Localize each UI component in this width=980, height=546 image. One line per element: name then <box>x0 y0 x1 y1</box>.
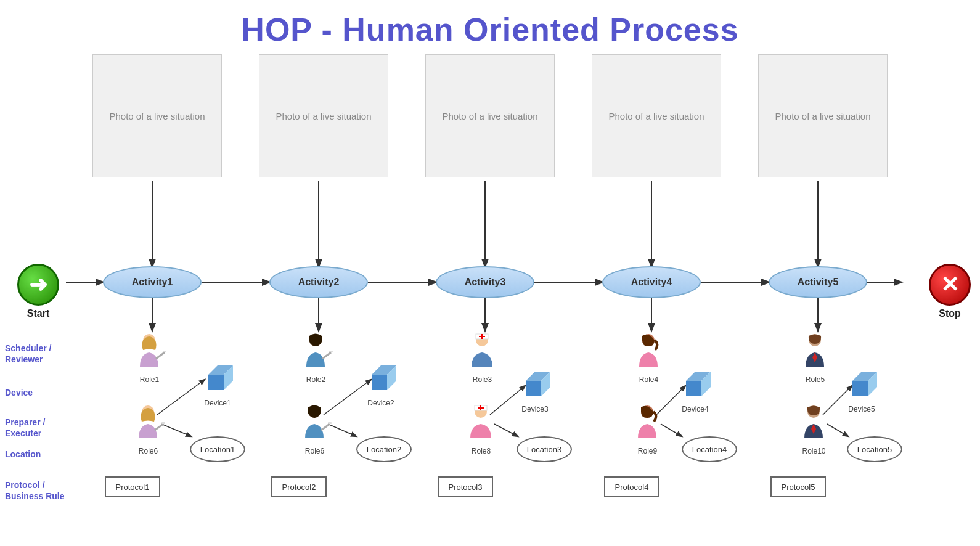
activity-ellipse-1[interactable]: Activity1 <box>103 266 202 298</box>
device2-label: Device2 <box>365 399 396 407</box>
device-label: Device <box>5 387 33 398</box>
role8-person: Role8 <box>464 404 498 455</box>
role3-person: Role3 <box>465 333 499 384</box>
svg-marker-49 <box>686 381 701 396</box>
start-label: Start <box>27 308 49 319</box>
role6-label-1: Role6 <box>131 447 165 455</box>
protocol5-box: Protocol5 <box>770 476 826 497</box>
protocol-label: Protocol /Business Rule <box>5 479 67 502</box>
stop-label: Stop <box>939 308 961 319</box>
role4-person: Role4 <box>632 333 666 384</box>
start-circle: ➜ <box>17 264 59 306</box>
role6-person-2: Role6 <box>298 404 332 455</box>
svg-rect-56 <box>161 422 165 424</box>
svg-line-27 <box>156 352 165 359</box>
device4-cube: Device4 <box>680 372 711 414</box>
svg-rect-31 <box>329 351 333 352</box>
flow-area: ➜ Start ✕ Stop Activity1 Activity2 Activ… <box>0 177 980 516</box>
svg-marker-46 <box>526 381 541 396</box>
role5-person: Role5 <box>798 333 832 384</box>
role2-person: Role2 <box>299 333 333 384</box>
svg-line-58 <box>321 424 330 430</box>
role5-label: Role5 <box>798 375 832 384</box>
svg-line-21 <box>161 424 191 436</box>
device4-label: Device4 <box>680 405 711 414</box>
svg-line-22 <box>328 424 356 436</box>
role3-label: Role3 <box>465 375 499 384</box>
role10-label: Role10 <box>797 447 831 455</box>
scheduler-label: Scheduler /Reviewer <box>5 343 60 365</box>
svg-marker-52 <box>852 381 868 396</box>
device3-label: Device3 <box>520 405 550 414</box>
photos-row: Photo of a live situation Photo of a liv… <box>0 54 980 177</box>
photo-2: Photo of a live situation <box>259 54 388 177</box>
preparer-label: Preparer /Executer <box>5 417 60 439</box>
page-title: HOP - Human Oriented Process <box>0 0 980 48</box>
location4-oval: Location4 <box>682 436 737 462</box>
device2-cube: Device2 <box>365 365 396 407</box>
location3-oval: Location3 <box>517 436 572 462</box>
svg-rect-28 <box>163 351 166 352</box>
role6-label-2: Role6 <box>298 447 332 455</box>
protocol3-box: Protocol3 <box>438 476 493 497</box>
location1-oval: Location1 <box>190 436 245 462</box>
start-node: ➜ Start <box>17 264 59 319</box>
role4-label: Role4 <box>632 375 666 384</box>
device3-cube: Device3 <box>520 372 550 414</box>
location5-oval: Location5 <box>847 436 902 462</box>
photo-4: Photo of a live situation <box>592 54 721 177</box>
activity-ellipse-4[interactable]: Activity4 <box>602 266 701 298</box>
device1-cube: Device1 <box>202 365 233 407</box>
svg-line-30 <box>322 352 331 359</box>
protocol1-box: Protocol1 <box>105 476 160 497</box>
start-arrow-icon: ➜ <box>29 272 47 298</box>
svg-marker-43 <box>372 375 387 390</box>
role6-person-1: Role6 <box>131 404 165 455</box>
role2-label: Role2 <box>299 375 333 384</box>
photo-3: Photo of a live situation <box>425 54 555 177</box>
device5-label: Device5 <box>846 405 877 414</box>
location2-oval: Location2 <box>356 436 412 462</box>
activity-ellipse-2[interactable]: Activity2 <box>269 266 368 298</box>
device1-label: Device1 <box>202 399 233 407</box>
protocol2-box: Protocol2 <box>271 476 327 497</box>
activity-ellipse-3[interactable]: Activity3 <box>436 266 534 298</box>
svg-line-55 <box>155 424 163 430</box>
stop-circle: ✕ <box>929 264 971 306</box>
svg-marker-40 <box>208 375 224 390</box>
role10-person: Role10 <box>797 404 831 455</box>
stop-x-icon: ✕ <box>941 272 959 298</box>
photo-5: Photo of a live situation <box>758 54 888 177</box>
role9-label: Role9 <box>631 447 664 455</box>
device5-cube: Device5 <box>846 372 877 414</box>
photo-1: Photo of a live situation <box>92 54 222 177</box>
stop-node: ✕ Stop <box>929 264 971 319</box>
role1-person: Role1 <box>133 333 166 384</box>
role9-person: Role9 <box>631 404 664 455</box>
role8-label: Role8 <box>464 447 498 455</box>
role1-label: Role1 <box>133 375 166 384</box>
svg-rect-59 <box>328 422 332 424</box>
activity-ellipse-5[interactable]: Activity5 <box>769 266 867 298</box>
location-label: Location <box>5 449 41 460</box>
protocol4-box: Protocol4 <box>604 476 659 497</box>
